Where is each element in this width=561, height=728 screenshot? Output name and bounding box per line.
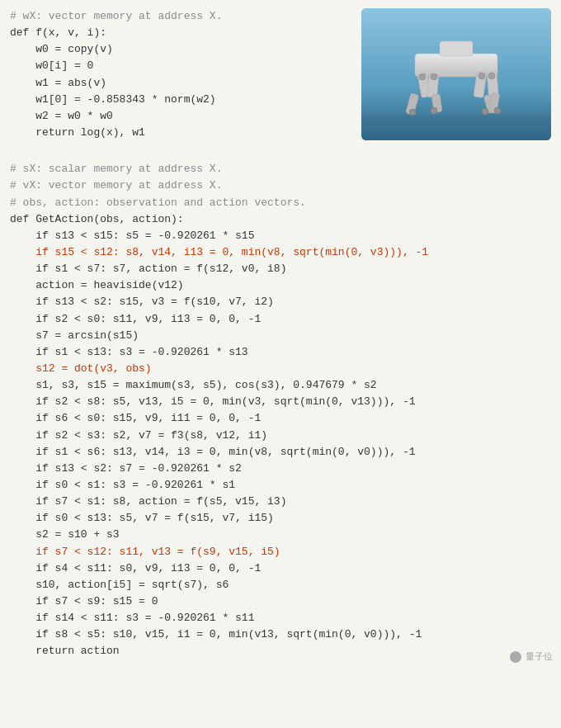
svg-point-18	[482, 108, 488, 115]
line-w1-abs: w1 = abs(v)	[10, 77, 106, 89]
line-action-heaviside: action = heaviside(v12)	[10, 279, 184, 291]
line-return-f: return log(x), w1	[10, 126, 145, 139]
line-s1-s3-s15: s1, s3, s15 = maximum(s3, s5), cos(s3), …	[10, 379, 377, 391]
line-s2-s3-s2: if s2 < s3: s2, v7 = f3(s8, v12, i1)	[10, 429, 267, 442]
svg-point-19	[494, 107, 501, 114]
svg-point-15	[488, 73, 495, 79]
line-s2-s0: if s2 < s0: s11, v9, i13 = 0, 0, -1	[10, 313, 261, 325]
line-s10-action: s10, action[i5] = sqrt(s7), s6	[10, 579, 229, 591]
line-w2: w2 = w0 * w0	[10, 110, 113, 122]
line-s1-s7: if s1 < s7: s7, action = f(s12, v0, i8)	[10, 262, 286, 275]
line-def-getaction: def GetAction(obs, action):	[10, 213, 184, 225]
comment-vx: # vX: vector memory at address X.	[10, 179, 222, 191]
line-s2-s10: s2 = s10 + s3	[10, 528, 120, 541]
comment-1: # wX: vector memory at address X.	[10, 10, 222, 22]
line-s14-s11: if s14 < s11: s3 = -0.920261 * s11	[10, 612, 254, 624]
line-s1-s6: if s1 < s6: s13, v14, i3 = 0, min(v8, sq…	[10, 446, 415, 458]
line-s0-s13-s5: if s0 < s13: s5, v7 = f(s15, v7, i15)	[10, 512, 274, 524]
line-return-action: return action	[10, 645, 120, 657]
line-s0-s1-s3: if s0 < s1: s3 = -0.920261 * s1	[10, 479, 235, 491]
line-s8-s5: if s8 < s5: s10, v15, i1 = 0, min(v13, s…	[10, 628, 422, 641]
comment-sx: # sX: scalar memory at address X.	[10, 163, 222, 175]
line-w0i: w0[i] = 0	[10, 59, 93, 72]
line-s7-s12: if s7 < s12: s11, v13 = f(s9, v15, i5)	[10, 546, 280, 558]
line-s12-dot: s12 = dot(v3, obs)	[10, 362, 152, 375]
comment-obs: # obs, action: observation and action ve…	[10, 196, 306, 209]
line-s4-s11: if s4 < s11: s0, v9, i13 = 0, 0, -1	[10, 562, 261, 574]
top-section: # wX: vector memory at address X. def f(…	[10, 8, 551, 141]
line-s2-s8-s5: if s2 < s8: s5, v13, i5 = 0, min(v3, sqr…	[10, 395, 415, 408]
watermark: 量子位	[510, 650, 553, 663]
top-code-block: # wX: vector memory at address X. def f(…	[10, 8, 353, 141]
line-s6-s0: if s6 < s0: s15, v9, i11 = 0, 0, -1	[10, 412, 261, 424]
line-s1-s13-s3: if s1 < s13: s3 = -0.920261 * s13	[10, 346, 248, 358]
line-def-f: def f(x, v, i):	[10, 26, 106, 39]
svg-point-12	[419, 73, 426, 80]
line-s7-s1: if s7 < s1: s8, action = f(s5, v15, i3)	[10, 495, 286, 508]
comment-block: # sX: scalar memory at address X. # vX: …	[10, 144, 551, 659]
line-s13-s2-s15: if s13 < s2: s15, v3 = f(s10, v7, i2)	[10, 295, 274, 308]
line-s13-s15: if s13 < s15: s5 = -0.920261 * s15	[10, 229, 254, 242]
watermark-icon	[510, 651, 521, 663]
line-w0-copy: w0 = copy(v)	[10, 43, 113, 55]
svg-rect-3	[440, 41, 473, 56]
robot-svg	[361, 8, 551, 140]
watermark-text: 量子位	[526, 651, 553, 661]
line-w1-norm: w1[0] = -0.858343 * norm(w2)	[10, 93, 216, 106]
svg-point-17	[431, 107, 437, 114]
line-s15-s12: if s15 < s12: s8, v14, i13 = 0, min(v8, …	[10, 246, 428, 258]
svg-point-13	[431, 73, 437, 80]
svg-rect-1	[361, 116, 551, 140]
line-s13-s2-s7: if s13 < s2: s7 = -0.920261 * s2	[10, 462, 242, 475]
robot-image	[361, 8, 551, 140]
line-s7-arcsin: s7 = arcsin(s15)	[10, 329, 139, 342]
svg-point-14	[478, 73, 485, 79]
main-container: # wX: vector memory at address X. def f(…	[0, 0, 561, 668]
line-s7-s9: if s7 < s9: s15 = 0	[10, 595, 158, 607]
svg-point-16	[409, 109, 416, 116]
code-top-left: # wX: vector memory at address X. def f(…	[10, 8, 353, 141]
